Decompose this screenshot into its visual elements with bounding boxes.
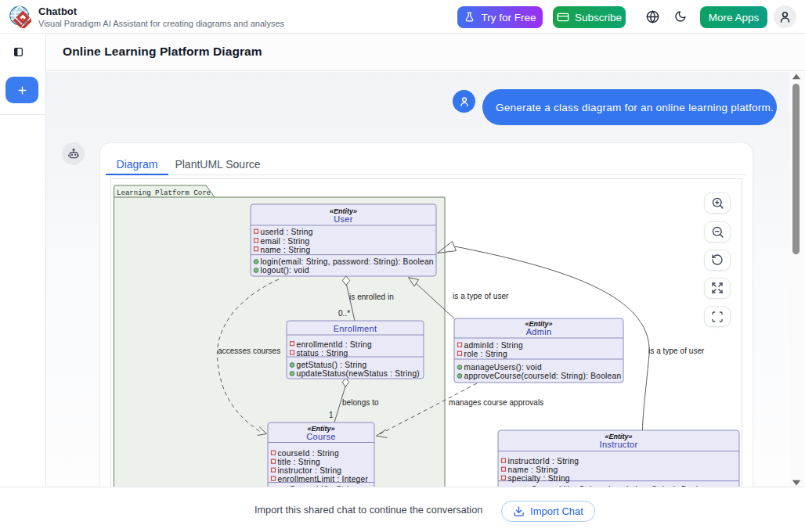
svg-text:is a type of user: is a type of user	[648, 347, 705, 355]
svg-text:specialty : String: specialty : String	[508, 474, 570, 483]
svg-text:is enrolled in: is enrolled in	[349, 293, 394, 301]
svg-text:name : String: name : String	[261, 246, 311, 254]
svg-text:instructor : String: instructor : String	[278, 466, 342, 475]
svg-text:User: User	[334, 214, 352, 224]
svg-text:instructorId : String: instructorId : String	[508, 457, 579, 466]
svg-text:enrollmentId : String: enrollmentId : String	[297, 340, 372, 349]
svg-text:login(email: String, password:: login(email: String, password: String): …	[261, 257, 434, 266]
svg-text:userId : String: userId : String	[261, 228, 313, 236]
svg-text:getStatus() : String: getStatus() : String	[297, 361, 367, 369]
svg-text:role : String: role : String	[464, 350, 507, 358]
svg-text:email : String: email : String	[261, 237, 310, 246]
svg-text:Learning Platform Core: Learning Platform Core	[117, 189, 211, 197]
svg-text:is a type of user: is a type of user	[453, 292, 509, 300]
svg-text:adminId : String: adminId : String	[464, 341, 523, 350]
svg-text:«Entity»: «Entity»	[525, 320, 552, 328]
svg-text:updateStatus(newStatus : Strin: updateStatus(newStatus : String)	[297, 369, 421, 378]
svg-text:1: 1	[329, 411, 334, 419]
svg-text:«Entity»: «Entity»	[330, 207, 357, 215]
svg-text:name : String: name : String	[508, 466, 558, 474]
svg-text:«Entity»: «Entity»	[307, 425, 334, 433]
svg-text:«Entity»: «Entity»	[605, 433, 632, 440]
svg-text:logout(): void: logout(): void	[261, 266, 309, 275]
svg-text:0..*: 0..*	[338, 309, 350, 318]
svg-text:manageUsers(): void: manageUsers(): void	[464, 363, 542, 372]
svg-text:Enrollment: Enrollment	[334, 324, 377, 333]
svg-text:courseId : String: courseId : String	[278, 449, 340, 458]
svg-text:Admin: Admin	[526, 327, 552, 336]
svg-text:title : String: title : String	[278, 458, 321, 466]
svg-text:accesses courses: accesses courses	[218, 347, 280, 355]
svg-text:status : String: status : String	[297, 349, 348, 358]
svg-text:approveCourse(courseId: String: approveCourse(courseId: String): Boolean	[464, 372, 622, 380]
svg-text:belongs to: belongs to	[342, 398, 379, 407]
svg-text:Course: Course	[306, 432, 335, 441]
svg-text:Instructor: Instructor	[600, 440, 638, 449]
svg-text:enrollmentLimit : Integer: enrollmentLimit : Integer	[278, 475, 369, 483]
svg-text:manages course approvals: manages course approvals	[449, 398, 543, 407]
